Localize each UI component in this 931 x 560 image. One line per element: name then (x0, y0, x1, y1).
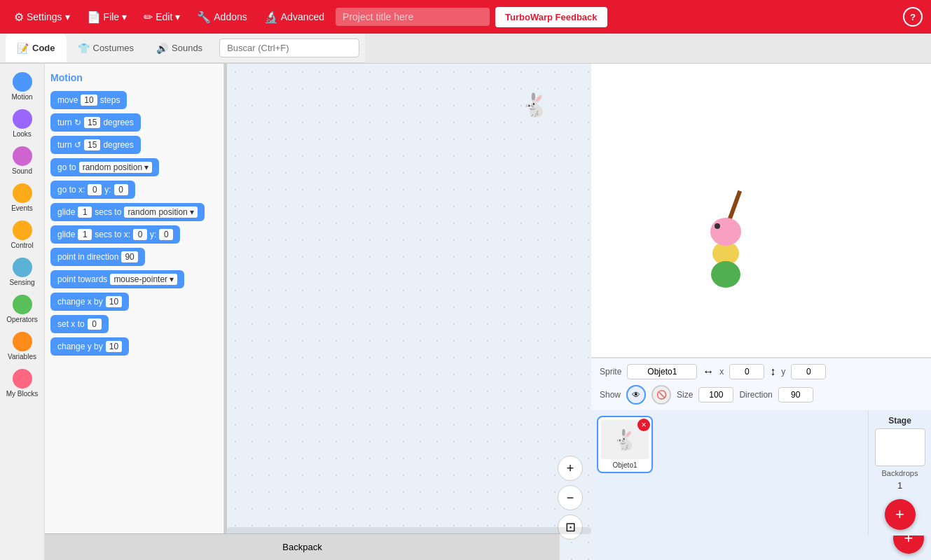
size-label: Size (677, 390, 693, 400)
sidebar-item-sensing[interactable]: Sensing (3, 255, 42, 289)
backpack-label: Backpack (282, 542, 322, 552)
tab-sounds[interactable]: 🔊 Sounds (145, 34, 214, 62)
stage-panel: Stage Backdrops 1 + (868, 410, 931, 536)
character-head (710, 218, 741, 246)
block-move[interactable]: move 10 steps (50, 89, 218, 111)
sidebar-item-looks[interactable]: Looks (3, 106, 42, 141)
direction-input[interactable] (778, 387, 813, 402)
block-glide2-element[interactable]: glide 1 secs to x: 0 y: 0 (50, 225, 180, 244)
block-glide1[interactable]: glide 1 secs to random position ▾ (50, 201, 218, 223)
sprite-delete-button[interactable]: × (637, 419, 650, 431)
block-point_toward-element[interactable]: point towards mouse-pointer ▾ (50, 270, 184, 288)
block-point_toward[interactable]: point towards mouse-pointer ▾ (50, 268, 218, 290)
character-eye-left (715, 223, 720, 229)
settings-icon: ⚙ (14, 10, 24, 24)
events-dot (13, 183, 32, 203)
sidebar-item-operators[interactable]: Operators (3, 292, 42, 326)
block-glide1-element[interactable]: glide 1 secs to random position ▾ (50, 203, 205, 221)
motion-dot (13, 72, 32, 92)
x-input[interactable] (729, 364, 764, 379)
y-input[interactable] (791, 364, 826, 379)
sprite-card-label: Objeto1 (601, 461, 649, 469)
block-turn_left[interactable]: turn ↺ 15 degrees (50, 134, 218, 156)
project-title-input[interactable] (336, 8, 490, 26)
block-glide2[interactable]: glide 1 secs to x: 0 y: 0 (50, 223, 218, 246)
code-tab-icon: 📝 (17, 43, 29, 54)
tab-costumes[interactable]: 👕 Costumes (67, 34, 146, 62)
block-turn_right[interactable]: turn ↻ 15 degrees (50, 111, 218, 134)
sprite-name-input[interactable] (627, 364, 697, 379)
looks-label: Looks (13, 130, 32, 138)
stage-character (710, 190, 741, 288)
block-point_dir-element[interactable]: point in direction 90 (50, 248, 145, 266)
stage-thumbnail (875, 428, 925, 466)
variables-label: Variables (8, 353, 36, 360)
help-button[interactable]: ? (903, 7, 923, 27)
settings-button[interactable]: ⚙ Settings ▾ (8, 8, 76, 27)
canvas-sprite: 🐇 (521, 92, 549, 118)
zoom-in-button[interactable]: + (558, 456, 583, 481)
advanced-button[interactable]: 🔬 Advanced (258, 8, 330, 27)
looks-dot (13, 109, 32, 129)
file-button[interactable]: 📄 File ▾ (81, 8, 133, 27)
block-goto_xy-element[interactable]: go to x: 0 y: 0 (50, 181, 135, 199)
stage-canvas (591, 64, 931, 357)
block-goto-element[interactable]: go to random position ▾ (50, 158, 159, 176)
block-point_dir[interactable]: point in direction 90 (50, 246, 218, 268)
block-change_y-element[interactable]: change y by 10 (50, 337, 129, 356)
sidebar-item-variables[interactable]: Variables (3, 329, 42, 363)
costumes-tab-icon: 👕 (78, 43, 90, 54)
events-label: Events (11, 204, 33, 212)
sidebar-item-motion[interactable]: Motion (3, 69, 42, 104)
sprite-name-label: Sprite (600, 367, 621, 377)
addons-button[interactable]: 🔧 Addons (191, 8, 252, 27)
block-turn_left-element[interactable]: turn ↺ 15 degrees (50, 136, 141, 154)
sensing-label: Sensing (9, 279, 34, 286)
sound-label: Sound (12, 167, 32, 175)
tabs-bar: 📝 Code 👕 Costumes 🔊 Sounds (0, 34, 214, 63)
zoom-in-icon: + (567, 461, 574, 476)
block-set_x[interactable]: set x to 0 (50, 313, 218, 335)
edit-button[interactable]: ✏ Edit ▾ (138, 8, 186, 27)
size-input[interactable] (698, 387, 733, 402)
sounds-tab-icon: 🔊 (156, 43, 168, 54)
operators-label: Operators (6, 316, 37, 323)
block-change_y[interactable]: change y by 10 (50, 335, 218, 358)
block-goto[interactable]: go to random position ▾ (50, 156, 218, 178)
tab-code[interactable]: 📝 Code (6, 34, 67, 62)
block-change_x[interactable]: change x by 10 (50, 290, 218, 313)
stage-area: 🚩 ⏸ ⏹ ⊞ ⊟ ⛶ (591, 64, 931, 358)
block-set_x-element[interactable]: set x to 0 (50, 315, 109, 333)
backdrops-label: Backdrops (882, 469, 918, 477)
myblocks-label: My Blocks (6, 390, 39, 398)
x-arrows-icon: ↔ (703, 365, 714, 378)
right-side: 🚩 ⏸ ⏹ ⊞ ⊟ ⛶ (591, 64, 931, 560)
add-backdrop-button[interactable]: + (885, 499, 916, 530)
control-label: Control (11, 241, 33, 249)
sidebar-item-events[interactable]: Events (3, 181, 42, 215)
sidebar-item-sound[interactable]: Sound (3, 144, 42, 178)
block-move-element[interactable]: move 10 steps (50, 91, 127, 109)
operators-dot (13, 295, 32, 314)
code-area[interactable]: 🐇 + − ⊡ (227, 64, 591, 560)
zoom-out-icon: − (567, 491, 574, 505)
turbowarp-feedback-button[interactable]: TurboWarp Feedback (495, 7, 607, 27)
block-turn_right-element[interactable]: turn ↻ 15 degrees (50, 113, 141, 132)
search-area (214, 34, 365, 63)
character-body-green (711, 261, 740, 288)
blocks-category-title: Motion (50, 72, 218, 83)
sound-dot (13, 146, 32, 166)
backpack-bar[interactable]: Backpack (45, 533, 560, 560)
sensing-dot (13, 258, 32, 277)
show-visible-button[interactable]: 👁 (626, 385, 646, 405)
sidebar-item-control[interactable]: Control (3, 218, 42, 252)
search-input[interactable] (219, 38, 359, 57)
sprite-card-objeto1[interactable]: × 🐇 Objeto1 (597, 416, 653, 473)
block-goto_xy[interactable]: go to x: 0 y: 0 (50, 178, 218, 201)
block-change_x-element[interactable]: change x by 10 (50, 293, 129, 311)
sidebar-item-myblocks[interactable]: My Blocks (3, 366, 42, 400)
zoom-out-button[interactable]: − (558, 485, 583, 510)
control-dot (13, 220, 32, 240)
addons-icon: 🔧 (197, 10, 211, 24)
show-hidden-button[interactable]: 🚫 (651, 385, 671, 405)
